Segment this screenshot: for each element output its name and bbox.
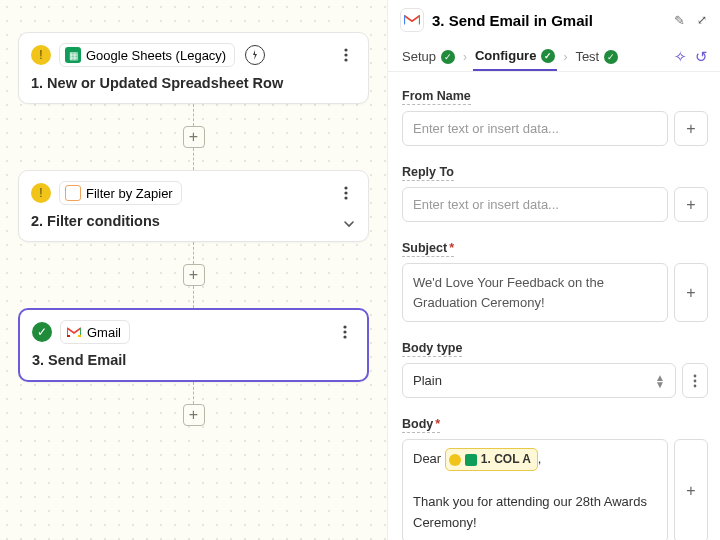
field-from-name: From Name Enter text or insert data... + xyxy=(402,86,708,146)
configure-form: From Name Enter text or insert data... +… xyxy=(388,72,720,540)
chevron-right-icon: › xyxy=(563,50,567,64)
tab-test[interactable]: Test ✓ xyxy=(573,43,620,70)
svg-point-5 xyxy=(344,196,347,199)
trigger-icon xyxy=(245,45,265,65)
insert-data-button[interactable]: + xyxy=(674,263,708,322)
zap-canvas[interactable]: ! ▦ Google Sheets (Legacy) 1. New or Upd… xyxy=(0,0,387,540)
step-title: 3. Send Email xyxy=(32,352,323,368)
tab-configure[interactable]: Configure ✓ xyxy=(473,42,557,71)
step-title: 1. New or Updated Spreadsheet Row xyxy=(31,75,324,91)
add-step-button[interactable]: + xyxy=(183,126,205,148)
chip-label: Filter by Zapier xyxy=(86,186,173,201)
insert-data-button[interactable]: + xyxy=(674,187,708,222)
field-label: Body* xyxy=(402,417,440,433)
connector: + xyxy=(12,242,375,308)
step-card-2[interactable]: ! ∇ Filter by Zapier 2. Filter condition… xyxy=(18,170,369,242)
tab-setup[interactable]: Setup ✓ xyxy=(400,43,457,70)
field-reply-to: Reply To Enter text or insert data... + xyxy=(402,162,708,222)
svg-point-0 xyxy=(344,48,347,51)
svg-point-3 xyxy=(344,186,347,189)
rename-button[interactable]: ✎ xyxy=(674,13,685,28)
field-label: From Name xyxy=(402,89,471,105)
field-body-type: Body type Plain ▲▼ xyxy=(402,338,708,398)
add-step-button[interactable]: + xyxy=(183,404,205,426)
select-arrows-icon: ▲▼ xyxy=(655,374,665,388)
svg-point-7 xyxy=(343,330,346,333)
data-token-col-a[interactable]: 1. COL A xyxy=(445,448,538,471)
step-card-3[interactable]: ✓ Gmail 3. Send Email xyxy=(18,308,369,382)
step-menu-button[interactable] xyxy=(333,320,357,344)
reply-to-input[interactable]: Enter text or insert data... xyxy=(402,187,668,222)
svg-point-9 xyxy=(694,374,697,377)
app-chip-google-sheets: ▦ Google Sheets (Legacy) xyxy=(59,43,235,67)
svg-point-6 xyxy=(343,325,346,328)
check-icon: ✓ xyxy=(604,50,618,64)
insert-data-button[interactable]: + xyxy=(674,439,708,540)
field-subject: Subject* We'd Love Your Feedback on the … xyxy=(402,238,708,322)
check-icon: ✓ xyxy=(541,49,555,63)
expand-panel-button[interactable]: ⤢ xyxy=(693,13,710,27)
step-title: 2. Filter conditions xyxy=(31,213,324,229)
connector: + xyxy=(12,104,375,170)
svg-point-4 xyxy=(344,191,347,194)
connector: + xyxy=(12,382,375,426)
svg-point-10 xyxy=(694,379,697,382)
check-icon: ✓ xyxy=(32,322,52,342)
panel-title: 3. Send Email in Gmail xyxy=(432,12,666,29)
add-step-button[interactable]: + xyxy=(183,264,205,286)
field-label: Body type xyxy=(402,341,462,357)
app-chip-gmail: Gmail xyxy=(60,320,130,344)
panel-tabs: Setup ✓ › Configure ✓ › Test ✓ ✧ ↺ xyxy=(388,36,720,72)
chevron-down-icon[interactable] xyxy=(342,217,356,231)
google-sheets-icon: ▦ xyxy=(65,47,81,63)
step-menu-button[interactable] xyxy=(334,43,358,67)
from-name-input[interactable]: Enter text or insert data... xyxy=(402,111,668,146)
gmail-icon xyxy=(66,324,82,340)
subject-input[interactable]: We'd Love Your Feedback on the Graduatio… xyxy=(402,263,668,322)
warning-icon: ! xyxy=(31,183,51,203)
field-label: Reply To xyxy=(402,165,454,181)
gmail-icon xyxy=(400,8,424,32)
ai-suggest-button[interactable]: ✧ xyxy=(674,48,687,66)
step-card-1[interactable]: ! ▦ Google Sheets (Legacy) 1. New or Upd… xyxy=(18,32,369,104)
svg-point-1 xyxy=(344,53,347,56)
field-options-button[interactable] xyxy=(682,363,708,398)
insert-data-button[interactable]: + xyxy=(674,111,708,146)
svg-point-2 xyxy=(344,58,347,61)
config-panel: 3. Send Email in Gmail ✎ ⤢ Setup ✓ › Con… xyxy=(387,0,720,540)
body-type-select[interactable]: Plain ▲▼ xyxy=(402,363,676,398)
chip-label: Gmail xyxy=(87,325,121,340)
chevron-right-icon: › xyxy=(463,50,467,64)
google-sheets-icon xyxy=(465,454,477,466)
undo-button[interactable]: ↺ xyxy=(695,48,708,66)
warning-icon xyxy=(449,454,461,466)
check-icon: ✓ xyxy=(441,50,455,64)
body-input[interactable]: Dear 1. COL A , Thank you for attending … xyxy=(402,439,668,540)
app-chip-filter: ∇ Filter by Zapier xyxy=(59,181,182,205)
step-menu-button[interactable] xyxy=(334,181,358,205)
svg-point-11 xyxy=(694,384,697,387)
svg-point-8 xyxy=(343,335,346,338)
field-body: Body* Dear 1. COL A , Thank you for atte… xyxy=(402,414,708,540)
filter-icon: ∇ xyxy=(65,185,81,201)
field-label: Subject* xyxy=(402,241,454,257)
chip-label: Google Sheets (Legacy) xyxy=(86,48,226,63)
warning-icon: ! xyxy=(31,45,51,65)
